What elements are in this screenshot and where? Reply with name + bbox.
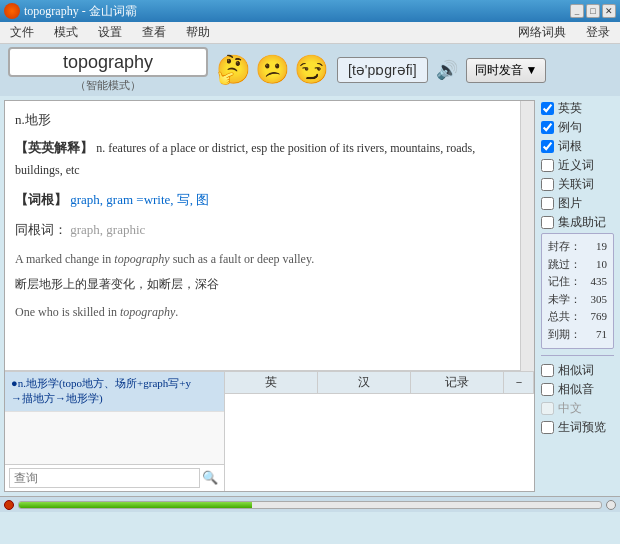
progress-track[interactable] (18, 501, 602, 509)
cb-similar-sound[interactable]: 相似音 (541, 381, 614, 398)
cb-example[interactable]: 例句 (541, 119, 614, 136)
vocab-header-cn: 汉 (318, 372, 411, 393)
wordbook-empty (5, 412, 224, 464)
menu-file[interactable]: 文件 (6, 22, 38, 43)
cb-mnemonic-input[interactable] (541, 216, 554, 229)
cb-preview-label: 生词预览 (558, 419, 606, 436)
simultaneous-button[interactable]: 同时发音 ▼ (466, 58, 547, 83)
cb-root-label: 词根 (558, 138, 582, 155)
example1-section: A marked change in topography such as a … (15, 249, 510, 294)
cb-preview[interactable]: 生词预览 (541, 419, 614, 436)
wordbook-entry-active[interactable]: ●n.地形学(topo地方、场所+graph写+y→描地方→地形学) (5, 372, 224, 412)
stats-due: 到期： 71 (548, 326, 607, 344)
cb-related-label: 关联词 (558, 176, 594, 193)
stats-total-label: 总共： (548, 308, 581, 326)
example1-cn: 断层地形上的显著变化，如断层，深谷 (15, 274, 510, 294)
vocab-header-minus: － (504, 372, 534, 393)
progress-start-dot (4, 500, 14, 510)
minimize-button[interactable]: _ (570, 4, 584, 18)
definition-scrollbar[interactable] (520, 101, 534, 371)
example2-en: One who is skilled in topography. (15, 302, 510, 322)
menu-online-dict[interactable]: 网络词典 (514, 22, 570, 43)
cognates-section: 同根词： graph, graphic (15, 219, 510, 241)
cb-similar-sound-label: 相似音 (558, 381, 594, 398)
cb-example-input[interactable] (541, 121, 554, 134)
wordbook-search-button[interactable]: 🔍 (200, 468, 220, 488)
cb-english[interactable]: 英英 (541, 100, 614, 117)
menu-login[interactable]: 登录 (582, 22, 614, 43)
cb-chinese-input (541, 402, 554, 415)
cb-synonym-label: 近义词 (558, 157, 594, 174)
cb-similar-word[interactable]: 相似词 (541, 362, 614, 379)
cb-english-label: 英英 (558, 100, 582, 117)
stats-skip-value: 10 (596, 256, 607, 274)
stats-memorized-value: 435 (591, 273, 608, 291)
english-def-section: 【英英解释】 n. features of a place or distric… (15, 137, 510, 181)
right-sidebar: 英英 例句 词根 近义词 关联词 图片 集成助记 封存： (535, 96, 620, 496)
menu-mode[interactable]: 模式 (50, 22, 82, 43)
menu-settings[interactable]: 设置 (94, 22, 126, 43)
search-bar: topography （智能模式） 🤔 😕 😏 [tə'pɒgrəfi] 🔊 同… (0, 44, 620, 96)
stats-sealed: 封存： 19 (548, 238, 607, 256)
stats-block: 封存： 19 跳过： 10 记住： 435 未学： 305 总共： 769 到期… (541, 233, 614, 349)
word-search-input[interactable]: topography (8, 47, 208, 77)
speaker-icon[interactable]: 🔊 (436, 59, 458, 81)
root-bracket: 【词根】 (15, 192, 67, 207)
cb-picture-label: 图片 (558, 195, 582, 212)
title-bar: topography - 金山词霸 _ □ ✕ (0, 0, 620, 22)
close-button[interactable]: ✕ (602, 4, 616, 18)
cb-mnemonic-label: 集成助记 (558, 214, 606, 231)
bottom-table-area: ●n.地形学(topo地方、场所+graph写+y→描地方→地形学) 🔍 英 汉… (5, 371, 534, 491)
main-area: n.地形 【英英解释】 n. features of a place or di… (0, 96, 620, 496)
cb-similar-sound-input[interactable] (541, 383, 554, 396)
cb-picture-input[interactable] (541, 197, 554, 210)
cb-chinese[interactable]: 中文 (541, 400, 614, 417)
stats-skip: 跳过： 10 (548, 256, 607, 274)
cb-chinese-label: 中文 (558, 400, 582, 417)
emoji-group: 🤔 😕 😏 (216, 56, 329, 84)
emoji-puzzled: 😕 (255, 56, 290, 84)
stats-unlearned: 未学： 305 (548, 291, 607, 309)
cognates-label: 同根词： (15, 222, 67, 237)
cb-synonym-input[interactable] (541, 159, 554, 172)
cb-preview-input[interactable] (541, 421, 554, 434)
vocab-table-header: 英 汉 记录 － (225, 372, 534, 394)
sidebar-divider (541, 355, 614, 356)
vocab-header-record: 记录 (411, 372, 504, 393)
cb-similar-word-input[interactable] (541, 364, 554, 377)
wordbook-search-input[interactable] (9, 468, 200, 488)
maximize-button[interactable]: □ (586, 4, 600, 18)
menu-view[interactable]: 查看 (138, 22, 170, 43)
cb-synonym[interactable]: 近义词 (541, 157, 614, 174)
definition-area[interactable]: n.地形 【英英解释】 n. features of a place or di… (5, 101, 520, 371)
stats-due-value: 71 (596, 326, 607, 344)
example1-italic: topography (114, 252, 169, 266)
cb-example-label: 例句 (558, 119, 582, 136)
cb-root-input[interactable] (541, 140, 554, 153)
app-icon (4, 3, 20, 19)
cb-root[interactable]: 词根 (541, 138, 614, 155)
vocab-header-en: 英 (225, 372, 318, 393)
cb-similar-word-label: 相似词 (558, 362, 594, 379)
example1-en: A marked change in topography such as a … (15, 249, 510, 269)
vocab-rows (225, 394, 534, 491)
title-bar-left: topography - 金山词霸 (4, 3, 137, 20)
cb-related[interactable]: 关联词 (541, 176, 614, 193)
cb-related-input[interactable] (541, 178, 554, 191)
stats-sealed-value: 19 (596, 238, 607, 256)
search-mode-label: （智能模式） (75, 78, 141, 93)
search-input-wrapper: topography （智能模式） (8, 47, 208, 93)
stats-due-label: 到期： (548, 326, 581, 344)
phonetic-display: [tə'pɒgrəfi] (337, 57, 428, 83)
cb-picture[interactable]: 图片 (541, 195, 614, 212)
menu-help[interactable]: 帮助 (182, 22, 214, 43)
cognates-text: graph, graphic (70, 222, 145, 237)
cb-mnemonic[interactable]: 集成助记 (541, 214, 614, 231)
emoji-thinking: 🤔 (216, 56, 251, 84)
content-panel: n.地形 【英英解释】 n. features of a place or di… (4, 100, 535, 492)
roots-text: graph, gram =write, 写, 图 (70, 192, 209, 207)
stats-memorized-label: 记住： (548, 273, 581, 291)
example2-section: One who is skilled in topography. (15, 302, 510, 322)
menu-items: 文件 模式 设置 查看 帮助 (6, 22, 214, 43)
cb-english-input[interactable] (541, 102, 554, 115)
